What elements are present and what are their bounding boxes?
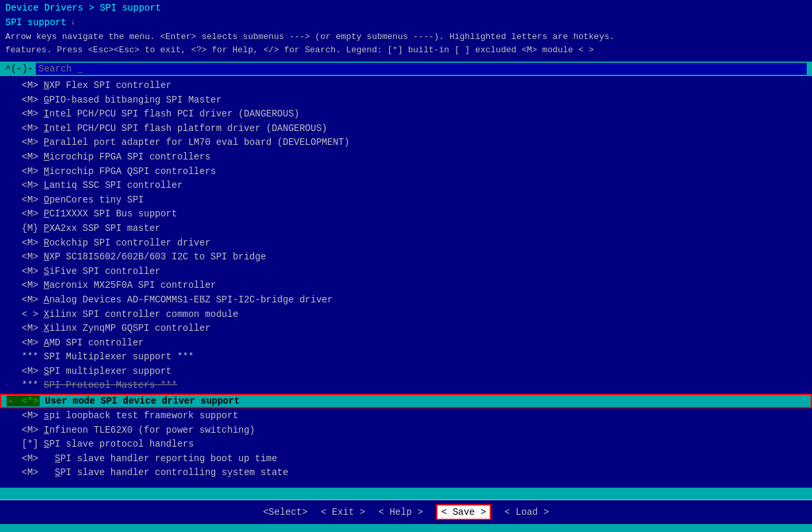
list-item[interactable]: <M> SPI slave handler reporting boot up … — [0, 452, 812, 466]
exit-button[interactable]: < Exit > — [321, 507, 365, 517]
list-item[interactable]: <M> AMD SPI controller — [0, 336, 812, 351]
bottom-bar: <Select> < Exit > < Help > < Save > < Lo… — [0, 500, 812, 524]
list-item[interactable]: <M> Infineon TLE62X0 (for power switchin… — [0, 423, 812, 438]
save-button[interactable]: < Save > — [436, 504, 491, 520]
list-item[interactable]: <M> Lantiq SSC SPI controller — [0, 179, 812, 193]
list-item-section: *** SPI Protocol Masters *** — [0, 378, 812, 393]
list-item[interactable]: <M> SPI multiplexer support — [0, 365, 812, 379]
caret-label: ^(-)- — [5, 64, 33, 74]
selected-item-label: User mode SPI device driver support — [45, 396, 240, 406]
subtitle-text: SPI support — [5, 17, 66, 28]
menu-list: <M> NXP Flex SPI controller <M> GPIO-bas… — [0, 76, 812, 488]
selected-item-tag: <*> — [7, 396, 40, 406]
list-item[interactable]: <M> Intel PCH/PCU SPI flash PCI driver (… — [0, 107, 812, 122]
bottom-status-bar — [0, 488, 812, 500]
subtitle-bar: SPI support ↓ — [0, 16, 812, 29]
list-item[interactable]: <M> Parallel port adapter for LM70 eval … — [0, 136, 812, 150]
list-item[interactable]: <M> Microchip FPGA QSPI controllers — [0, 165, 812, 179]
very-bottom-bar — [0, 524, 812, 532]
list-item[interactable]: <M> Microchip FPGA SPI controllers — [0, 150, 812, 165]
list-item[interactable]: <M> GPIO-based bitbanging SPI Master — [0, 93, 812, 108]
list-item[interactable]: <M> NXP Flex SPI controller — [0, 79, 812, 93]
list-item[interactable]: <M> SPI slave handler controlling system… — [0, 466, 812, 480]
help-text: Arrow keys navigate the menu. <Enter> se… — [0, 29, 812, 58]
select-button[interactable]: <Select> — [263, 507, 307, 517]
help-line1: Arrow keys navigate the menu. <Enter> se… — [5, 30, 807, 44]
search-bar: ^(-)- — [0, 62, 812, 76]
subtitle-arrow: ↓ — [70, 18, 75, 27]
breadcrumb-text: Device Drivers > SPI support — [5, 3, 161, 13]
selected-menu-item[interactable]: <*> User mode SPI device driver support — [0, 394, 812, 408]
help-line2: features. Press <Esc><Esc> to exit, <?> … — [5, 44, 807, 57]
breadcrumb: Device Drivers > SPI support — [0, 0, 812, 16]
list-item[interactable]: {M} PXA2xx SSP SPI master — [0, 222, 812, 236]
load-button[interactable]: < Load > — [504, 507, 549, 517]
list-item[interactable]: <M> Xilinx ZynqMP GQSPI controller — [0, 322, 812, 336]
list-item[interactable]: <M> spi loopback test framework support — [0, 409, 812, 423]
list-item[interactable]: <M> Analog Devices AD-FMCOMMS1-EBZ SPI-I… — [0, 293, 812, 308]
selected-item-wrapper[interactable]: → <*> User mode SPI device driver suppor… — [0, 394, 812, 408]
list-item[interactable]: < > Xilinx SPI controller common module — [0, 308, 812, 322]
search-input[interactable] — [36, 63, 807, 75]
list-item[interactable]: [*] SPI slave protocol handlers — [0, 437, 812, 452]
list-item[interactable]: <M> Macronix MX25F0A SPI controller — [0, 279, 812, 293]
list-item[interactable]: <M> PCI1XXXX SPI Bus support — [0, 207, 812, 222]
list-item[interactable]: <M> NXP SC18IS602/602B/603 I2C to SPI br… — [0, 250, 812, 265]
list-item[interactable]: <M> Rockchip SPI controller driver — [0, 236, 812, 251]
help-button[interactable]: < Help > — [379, 507, 423, 517]
screen: Device Drivers > SPI support SPI support… — [0, 0, 812, 532]
list-item[interactable]: <M> Intel PCH/PCU SPI flash platform dri… — [0, 122, 812, 136]
list-item[interactable]: <M> SiFive SPI controller — [0, 265, 812, 279]
list-item[interactable]: <M> OpenCores tiny SPI — [0, 193, 812, 208]
list-item-section: *** SPI Multiplexer support *** — [0, 350, 812, 365]
